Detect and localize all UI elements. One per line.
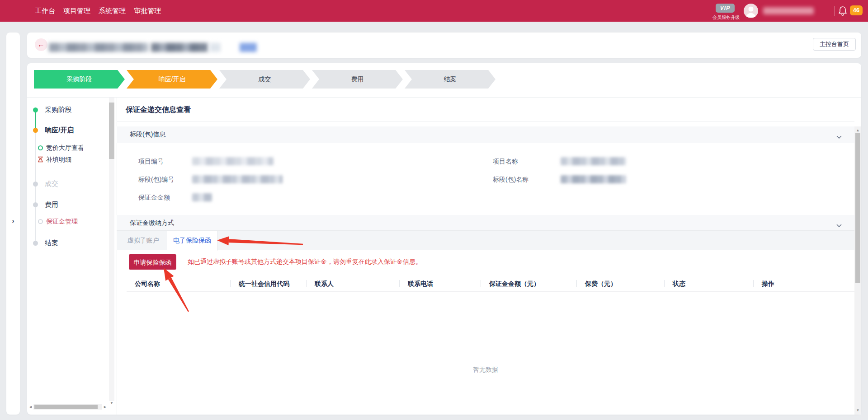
sidebar-vertical-scrollbar-thumb[interactable]: [109, 103, 114, 159]
col-contact-phone: 联系电话: [400, 276, 481, 291]
nav-item-approval-mgmt[interactable]: 审批管理: [134, 7, 161, 15]
field-label-project-name: 项目名称: [493, 157, 518, 166]
sidebar-horizontal-scrollbar-thumb[interactable]: [34, 405, 98, 409]
redacted-title-fragment: [210, 43, 221, 52]
col-premium: 保费（元）: [577, 276, 665, 291]
step-deal[interactable]: 成交: [219, 70, 310, 89]
app-window: 工作台 项目管理 系统管理 审批管理 VIP 会员服务升级 46 › ←: [0, 0, 868, 420]
main-menu: 工作台 项目管理 系统管理 审批管理: [35, 0, 161, 22]
avatar[interactable]: [744, 4, 758, 18]
section-payment-method: 保证金缴纳方式: [117, 215, 854, 232]
sidebar-item-fill-details[interactable]: 补填明细: [46, 155, 71, 164]
section-title: 保证金缴纳方式: [130, 219, 174, 227]
hourglass-icon: [38, 156, 43, 163]
field-label-project-no: 项目编号: [138, 157, 164, 166]
main-panel: 采购阶段 响应/开启 成交 费用 结案 采购阶段 响应/开启 竞价大厅查看 补填…: [27, 63, 861, 415]
content-vertical-scrollbar-thumb[interactable]: [855, 133, 860, 283]
field-value-package-name-redacted: [561, 175, 626, 183]
sidebar-scroll-right-arrow[interactable]: ►: [103, 404, 107, 410]
duplicate-deposit-warning: 如已通过虚拟子账号或其他方式递交本项目保证金，请勿重复在此录入保证金信息。: [188, 258, 422, 266]
step-closing[interactable]: 结案: [405, 70, 495, 89]
user-icon: [744, 4, 758, 18]
dot-deal-pending: [33, 182, 38, 187]
sidebar-scroll-left-arrow[interactable]: ◄: [28, 404, 33, 410]
redacted-project-title-2: [151, 43, 208, 52]
sidebar-scroll-down-arrow[interactable]: ▼: [109, 401, 114, 405]
col-company-name: 公司名称: [127, 276, 231, 291]
dot-procurement-done: [33, 107, 38, 112]
tab-virtual-subaccount[interactable]: 虚拟子账户: [119, 231, 168, 250]
field-value-project-no-redacted: [192, 157, 274, 165]
sidebar-item-fees[interactable]: 费用: [45, 200, 58, 209]
content-scroll-down-arrow[interactable]: ▼: [854, 408, 861, 412]
dot-closing-pending: [33, 241, 38, 246]
collapse-chevron-icon[interactable]: [836, 133, 842, 140]
field-value-project-name-redacted: [561, 157, 626, 165]
nav-item-system-mgmt[interactable]: 系统管理: [99, 7, 126, 15]
ring-deposit-mgmt-icon: [38, 219, 43, 224]
back-button[interactable]: ←: [35, 38, 47, 51]
divider: [27, 97, 861, 98]
nav-item-workbench[interactable]: 工作台: [35, 7, 55, 15]
sidebar-item-response-open[interactable]: 响应/开启: [45, 126, 74, 135]
field-label-package-name: 标段(包)名称: [493, 175, 528, 184]
tab-electronic-insurance-guarantee[interactable]: 电子保险保函: [167, 231, 217, 251]
top-navbar: 工作台 项目管理 系统管理 审批管理 VIP 会员服务升级 46: [0, 0, 868, 22]
notification-bell-icon[interactable]: [838, 6, 847, 16]
vip-upgrade-label[interactable]: 会员服务升级: [708, 14, 744, 21]
col-status: 状态: [665, 276, 754, 291]
sidebar-connector-done: [35, 110, 36, 130]
console-home-button[interactable]: 主控台首页: [813, 38, 856, 51]
step-response-open[interactable]: 响应/开启: [127, 70, 217, 89]
sidebar-collapse-rail: ›: [6, 33, 20, 415]
notification-count-badge: 46: [850, 5, 863, 15]
sidebar-item-deposit-management-active[interactable]: 保证金管理: [46, 217, 78, 226]
sidebar-item-procurement-phase[interactable]: 采购阶段: [45, 105, 72, 114]
nav-item-project-mgmt[interactable]: 项目管理: [63, 7, 90, 15]
field-value-package-no-redacted: [192, 175, 283, 183]
apply-insurance-guarantee-button[interactable]: 申请保险保函: [129, 254, 176, 270]
dot-response-current: [33, 128, 38, 133]
vip-icon[interactable]: VIP: [716, 4, 735, 13]
expand-panel-chevron[interactable]: ›: [6, 217, 20, 224]
user-name-redacted: [763, 7, 814, 14]
collapse-chevron-icon[interactable]: [836, 221, 842, 229]
section-package-info: 标段(包)信息: [117, 126, 854, 143]
col-credit-code: 统一社会信用代码: [231, 276, 307, 291]
step-procurement-phase[interactable]: 采购阶段: [34, 70, 125, 89]
content-scroll-up-arrow[interactable]: ▲: [854, 128, 861, 132]
page-header-card: ← 主控台首页: [27, 33, 861, 58]
empty-state-text: 暂无数据: [117, 366, 854, 374]
field-value-deposit-amount-redacted: [192, 193, 212, 201]
col-actions: 操作: [754, 276, 854, 291]
process-steps: 采购阶段 响应/开启 成交 费用 结案: [34, 70, 497, 89]
page-title: 保证金递交信息查看: [126, 105, 191, 115]
ring-bidding-hall-icon: [38, 145, 43, 150]
sidebar-item-bidding-hall[interactable]: 竞价大厅查看: [46, 143, 84, 152]
guarantee-table-header: 公司名称 统一社会信用代码 联系人 联系电话 保证金金额（元） 保费（元） 状态…: [127, 276, 854, 292]
dot-fees-pending: [33, 202, 38, 207]
col-contact-person: 联系人: [307, 276, 400, 291]
step-fees[interactable]: 费用: [312, 70, 403, 89]
sidebar-item-closing[interactable]: 结案: [45, 238, 58, 247]
field-label-deposit-amount: 保证金金额: [138, 193, 170, 202]
sidebar-item-deal[interactable]: 成交: [45, 179, 58, 188]
divider: [117, 121, 854, 121]
redacted-status-badge: [240, 43, 257, 52]
section-title: 标段(包)信息: [130, 131, 165, 139]
col-deposit-amount: 保证金金额（元）: [481, 276, 577, 291]
redacted-project-title: [49, 43, 148, 52]
field-label-package-no: 标段(包)编号: [138, 175, 174, 184]
topbar-divider: [834, 6, 835, 16]
payment-tabs: 虚拟子账户 电子保险保函: [117, 230, 854, 250]
